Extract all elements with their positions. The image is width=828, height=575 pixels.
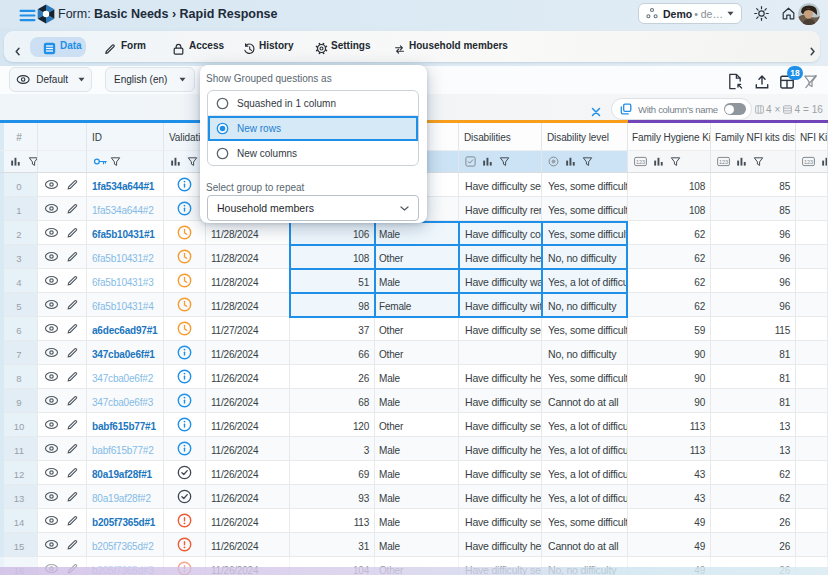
svg-text:123: 123 [804, 159, 813, 165]
svg-text:123: 123 [636, 159, 645, 165]
svg-text:123: 123 [719, 159, 728, 165]
